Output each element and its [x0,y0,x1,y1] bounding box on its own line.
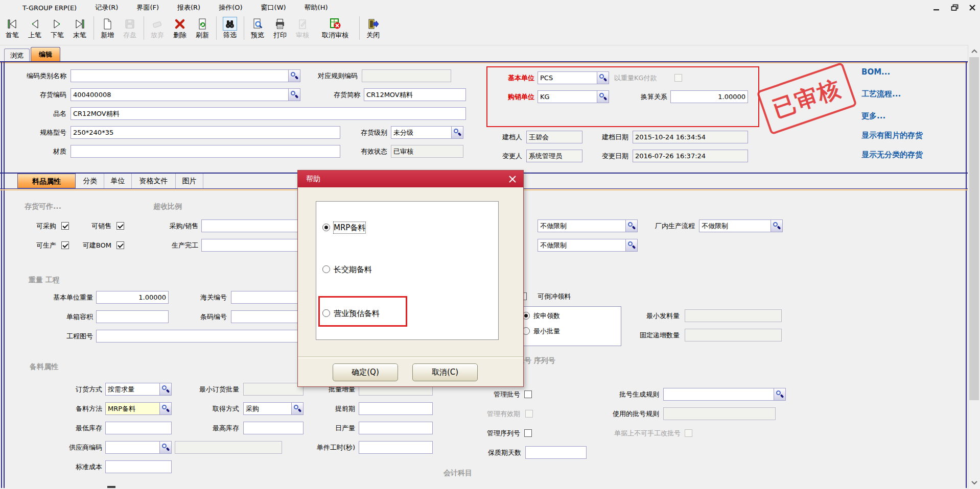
dialog-titlebar[interactable]: 帮助 [298,170,523,187]
toolbar-last-button[interactable]: 末笔 [68,15,91,39]
tab-qualification-files[interactable]: 资格文件 [132,174,176,188]
tab-images[interactable]: 图片 [176,174,203,188]
batch-rule-field[interactable] [663,388,786,401]
lookup-magnifier-icon[interactable] [159,441,172,454]
lookup-magnifier-icon[interactable] [625,239,638,252]
close-window-button[interactable] [965,2,980,13]
tab-browse[interactable]: 浏览 [4,48,30,61]
daily-output-label: 日产量 [304,422,355,434]
scroll-up-button[interactable] [969,45,979,56]
lookup-magnifier-icon[interactable] [291,402,304,415]
link-bom[interactable]: BOM... [861,67,890,77]
menu-operations[interactable]: 操作(O) [219,3,242,12]
toolbar-delete-button[interactable]: 删除 [169,15,191,39]
lookup-magnifier-icon[interactable] [159,383,172,396]
toolbar-filter-button[interactable]: 筛选 [219,15,241,39]
link-more[interactable]: 更多... [861,111,885,121]
bom-buildable-checkbox[interactable] [116,241,124,249]
lookup-magnifier-icon[interactable] [288,88,300,101]
unit-time-field[interactable] [359,441,433,454]
restriction-field-1[interactable]: 不做限制 [538,219,638,232]
material-field[interactable] [71,145,340,158]
purchasable-checkbox[interactable] [61,222,69,230]
long-leadtime-label[interactable]: 长交期备料 [334,264,372,275]
menu-reports[interactable]: 报表(R) [177,3,200,12]
toolbar-print-button[interactable]: 打印 [269,15,291,39]
toolbar-first-button[interactable]: 首笔 [1,15,24,39]
panel-left-border-inner [4,61,5,488]
product-name-field[interactable]: CR12MOV精料 [71,107,466,120]
std-cost-field[interactable] [105,460,172,473]
lead-time-field[interactable] [359,402,433,415]
daily-output-field[interactable] [359,422,433,434]
conversion-field[interactable]: 1.00000 [670,90,748,103]
manage-batch-checkbox[interactable] [524,390,532,398]
lookup-magnifier-icon[interactable] [451,126,463,139]
order-mode-field[interactable]: 按需求量 [105,383,172,396]
mrp-prep-label[interactable]: MRP备料 [334,222,365,233]
base-unit-weight-field[interactable]: 1.00000 [96,291,169,304]
max-stock-field[interactable] [243,422,304,434]
tab-edit[interactable]: 编辑 [31,47,60,61]
lookup-magnifier-icon[interactable] [774,388,786,401]
inv-level-field[interactable]: 未分级 [391,126,463,139]
rule-code-label: 对应规则编码 [305,69,358,82]
toolbar-close-button[interactable]: 关闭 [362,15,384,39]
base-unit-field[interactable]: PCS [538,71,609,84]
toolbar-new-button[interactable]: 新增 [96,15,119,39]
lookup-magnifier-icon[interactable] [159,402,172,415]
base-unit-label: 基本单位 [492,71,534,84]
spec-field[interactable]: 250*240*35 [71,126,340,139]
mrp-prep-radio[interactable] [322,224,330,231]
dialog-close-icon[interactable] [508,175,517,184]
spec-label: 规格型号 [4,126,66,139]
box-volume-field[interactable] [96,310,169,323]
link-process-flow[interactable]: 工艺流程... [861,89,901,99]
menu-help[interactable]: 帮助(H) [305,3,328,12]
toolbar-cancel-audit-button[interactable]: 取消审核 [314,15,357,39]
dialog-cancel-button[interactable]: 取消(C) [412,363,478,381]
prep-method-field[interactable]: MRP备料 [105,402,172,415]
toolbar-separator [357,15,362,41]
scrollbar-thumb[interactable] [969,57,979,400]
scroll-down-button[interactable] [969,477,979,488]
link-show-with-images[interactable]: 显示有图片的存货 [861,131,923,140]
link-show-unclassified[interactable]: 显示无分类的存货 [861,150,923,160]
lookup-magnifier-icon[interactable] [597,71,609,84]
tab-item-properties[interactable]: 料品属性 [17,174,76,188]
factory-flow-field[interactable]: 不做限制 [699,219,783,232]
min-stock-field[interactable] [105,422,172,434]
code-category-field[interactable] [71,69,300,82]
menu-interface[interactable]: 界面(F) [136,3,159,12]
minimize-button[interactable] [929,2,944,13]
inv-code-field[interactable]: 400400008 [71,88,300,101]
restore-button[interactable] [947,2,963,13]
acquire-mode-field[interactable]: 采购 [243,402,304,415]
toolbar-preview-button[interactable]: 预览 [246,15,269,39]
shelf-days-field[interactable] [525,446,587,459]
used-rule-field [663,407,776,420]
toolbar-prev-button[interactable]: 上笔 [24,15,46,39]
trade-unit-field[interactable]: KG [538,90,609,103]
tab-classification[interactable]: 分类 [77,174,104,188]
dialog-ok-button[interactable]: 确定(Q) [333,363,398,381]
menu-window[interactable]: 窗口(W) [261,3,286,12]
inv-abbr-field[interactable]: CR12MOV精料 [364,88,466,101]
toolbar-refresh-button[interactable]: 刷新 [191,15,214,39]
menu-records[interactable]: 记录(R) [95,3,118,12]
long-leadtime-radio[interactable] [322,265,330,273]
manage-serial-checkbox[interactable] [524,429,532,437]
sellable-checkbox[interactable] [116,222,124,230]
restriction-field-2[interactable]: 不做限制 [538,239,638,252]
toolbar-next-button[interactable]: 下笔 [46,15,68,39]
producible-checkbox[interactable] [61,241,69,249]
lookup-magnifier-icon[interactable] [771,219,783,232]
lookup-magnifier-icon[interactable] [288,69,300,82]
lookup-magnifier-icon[interactable] [597,90,609,103]
tab-units[interactable]: 单位 [104,174,132,188]
supplier-code-field[interactable] [105,441,172,454]
vertical-scrollbar[interactable] [968,45,980,489]
lookup-magnifier-icon[interactable] [625,219,638,232]
min-issue-field [685,309,782,322]
menu-app[interactable]: T-GROUP ERP(E) [22,4,77,12]
